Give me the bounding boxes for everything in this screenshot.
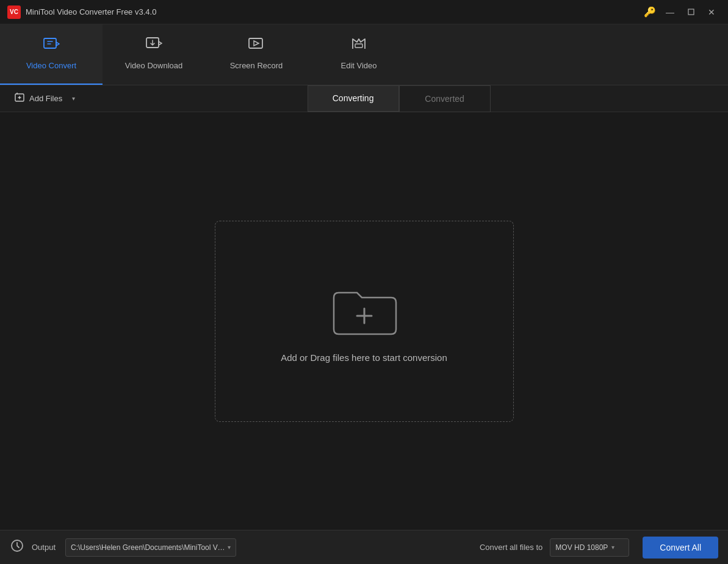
- bottom-bar: Output C:\Users\Helen Green\Documents\Mi…: [0, 530, 728, 564]
- app-logo: VC: [7, 5, 21, 19]
- minimize-button[interactable]: —: [661, 5, 679, 19]
- key-icon[interactable]: 🔑: [644, 6, 656, 18]
- screen-record-icon: [248, 35, 265, 56]
- format-selector[interactable]: MOV HD 1080P ▾: [550, 538, 629, 557]
- tab-edit-video-label: Edit Video: [341, 61, 377, 70]
- output-label: Output: [32, 543, 56, 552]
- sub-toolbar: Add Files ▾ Converting Converted: [0, 85, 728, 112]
- main-area: Add or Drag files here to start conversi…: [0, 112, 728, 530]
- drop-zone[interactable]: Add or Drag files here to start conversi…: [215, 221, 514, 422]
- add-files-plus-icon: [15, 92, 26, 105]
- tab-screen-record[interactable]: Screen Record: [205, 24, 308, 85]
- window-controls: — ✕: [661, 5, 721, 19]
- video-download-icon: [145, 35, 162, 56]
- convert-all-button[interactable]: Convert All: [643, 537, 718, 559]
- sub-tabs: Converting Converted: [308, 85, 491, 112]
- add-files-label: Add Files: [29, 94, 62, 103]
- add-files-button[interactable]: Add Files: [10, 90, 67, 108]
- title-bar: VC MiniTool Video Converter Free v3.4.0 …: [0, 0, 728, 24]
- tab-video-convert[interactable]: Video Convert: [0, 24, 103, 85]
- tab-video-convert-label: Video Convert: [26, 61, 76, 70]
- svg-rect-1: [44, 38, 56, 48]
- maximize-button[interactable]: [682, 5, 700, 19]
- svg-rect-3: [249, 38, 262, 48]
- output-path-dropdown-icon: ▾: [228, 544, 231, 551]
- tab-edit-video[interactable]: Edit Video: [308, 24, 410, 85]
- app-title: MiniTool Video Converter Free v3.4.0: [26, 7, 644, 16]
- tab-converted[interactable]: Converted: [399, 85, 491, 112]
- folder-add-icon: [328, 279, 401, 340]
- tab-video-download[interactable]: Video Download: [103, 24, 205, 85]
- close-button[interactable]: ✕: [702, 5, 721, 19]
- edit-video-icon: [350, 35, 367, 56]
- tab-converting[interactable]: Converting: [308, 85, 399, 112]
- tab-screen-record-label: Screen Record: [230, 61, 283, 70]
- convert-all-files-label: Convert all files to: [480, 543, 542, 552]
- output-path-text: C:\Users\Helen Green\Documents\MiniTool …: [71, 543, 225, 552]
- nav-bar: Video Convert Video Download Screen Reco…: [0, 24, 728, 85]
- clock-icon[interactable]: [10, 538, 24, 557]
- svg-rect-4: [355, 44, 362, 48]
- format-dropdown-icon: ▾: [611, 544, 614, 551]
- tab-video-download-label: Video Download: [125, 61, 182, 70]
- svg-rect-0: [688, 9, 694, 15]
- add-files-dropdown-arrow[interactable]: ▾: [67, 93, 79, 105]
- drop-zone-text: Add or Drag files here to start conversi…: [281, 352, 447, 363]
- output-path-selector[interactable]: C:\Users\Helen Green\Documents\MiniTool …: [65, 538, 236, 557]
- format-text: MOV HD 1080P: [555, 543, 608, 552]
- video-convert-icon: [43, 35, 60, 56]
